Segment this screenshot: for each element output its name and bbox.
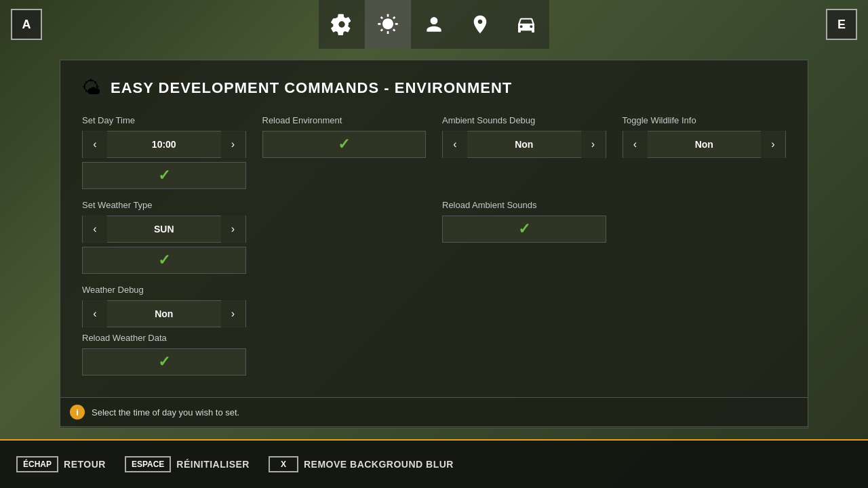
tab-vehicle[interactable]	[503, 0, 549, 49]
empty-r4-c3	[442, 333, 606, 375]
tab-environment[interactable]	[365, 0, 411, 49]
top-nav: A	[0, 0, 868, 49]
main-panel: 🌤 EASY DEVELOPMENT COMMANDS - ENVIRONMEN…	[60, 60, 808, 428]
set-day-time-next[interactable]: ›	[221, 131, 245, 158]
reload-ambient-sounds-group: Reload Ambient Sounds ✓	[442, 200, 606, 274]
ambient-sounds-debug-value: Non	[467, 139, 581, 150]
set-weather-type-group: Set Weather Type ‹ SUN › ✓	[82, 200, 246, 274]
toggle-wildlife-info-label: Toggle Wildlife Info	[623, 115, 787, 125]
espace-key[interactable]: ESPACE	[125, 456, 171, 472]
set-weather-type-label: Set Weather Type	[82, 200, 246, 210]
reload-environment-label: Reload Environment	[262, 115, 427, 125]
info-icon: i	[70, 405, 85, 420]
corner-btn-left[interactable]: A	[11, 9, 42, 40]
reload-ambient-sounds-label: Reload Ambient Sounds	[442, 200, 606, 210]
reload-weather-data-check: ✓	[158, 353, 170, 371]
set-weather-type-prev[interactable]: ‹	[83, 216, 107, 243]
bottom-bar: ÉCHAP RETOUR ESPACE RÉINITIALISER X REMO…	[0, 439, 868, 488]
set-day-time-group: Set Day Time ‹ 10:00 › ✓	[82, 115, 246, 189]
echap-key[interactable]: ÉCHAP	[16, 456, 58, 472]
set-day-time-check: ✓	[158, 167, 170, 184]
weather-debug-prev[interactable]: ‹	[83, 300, 107, 327]
reload-environment-check: ✓	[338, 136, 350, 153]
set-weather-type-check: ✓	[158, 251, 170, 269]
vehicle-icon	[515, 14, 537, 35]
empty-col-4	[623, 200, 787, 274]
toggle-wildlife-info-prev[interactable]: ‹	[623, 131, 648, 158]
info-text: Select the time of day you wish to set.	[92, 407, 239, 418]
set-weather-type-row: ‹ SUN ›	[82, 216, 246, 243]
x-key[interactable]: X	[269, 456, 298, 472]
info-bar: i Select the time of day you wish to set…	[60, 397, 808, 427]
ambient-sounds-debug-next[interactable]: ›	[581, 131, 606, 158]
reload-weather-data-label: Reload Weather Data	[82, 333, 246, 343]
player-icon	[423, 14, 445, 35]
panel-title: 🌤 EASY DEVELOPMENT COMMANDS - ENVIRONMEN…	[82, 77, 786, 99]
nav-tabs	[319, 0, 549, 49]
empty-r3-c3	[442, 285, 606, 327]
retour-label: RETOUR	[64, 459, 106, 470]
reload-ambient-sounds-confirm[interactable]: ✓	[442, 216, 606, 243]
panel-title-icon: 🌤	[82, 77, 101, 99]
toggle-wildlife-info-value: Non	[648, 139, 762, 150]
ambient-sounds-debug-prev[interactable]: ‹	[443, 131, 467, 158]
reload-weather-data-confirm[interactable]: ✓	[82, 348, 246, 375]
set-weather-type-value: SUN	[107, 224, 221, 235]
corner-btn-right[interactable]: E	[826, 9, 857, 40]
set-weather-type-next[interactable]: ›	[221, 216, 245, 243]
bottom-action-retour: ÉCHAP RETOUR	[16, 456, 106, 472]
empty-r3-c2	[262, 285, 427, 327]
weather-icon	[377, 14, 399, 35]
ambient-sounds-debug-label: Ambient Sounds Debug	[442, 115, 606, 125]
map-icon	[469, 14, 491, 35]
set-day-time-row: ‹ 10:00 ›	[82, 131, 246, 158]
empty-r4-c4	[623, 333, 787, 375]
tab-map[interactable]	[457, 0, 503, 49]
page-title: EASY DEVELOPMENT COMMANDS - ENVIRONMENT	[111, 79, 512, 97]
ambient-sounds-debug-group: Ambient Sounds Debug ‹ Non ›	[442, 115, 606, 189]
empty-r4-c2	[262, 333, 427, 375]
toggle-wildlife-info-row: ‹ Non ›	[623, 131, 787, 158]
weather-debug-value: Non	[107, 308, 221, 319]
blur-label: REMOVE BACKGROUND BLUR	[304, 459, 454, 470]
set-day-time-confirm[interactable]: ✓	[82, 162, 246, 189]
weather-debug-label: Weather Debug	[82, 285, 246, 295]
toggle-wildlife-info-group: Toggle Wildlife Info ‹ Non ›	[623, 115, 787, 189]
weather-debug-group: Weather Debug ‹ Non ›	[82, 285, 246, 327]
reload-ambient-sounds-check: ✓	[518, 220, 530, 238]
tab-settings[interactable]	[319, 0, 365, 49]
reload-weather-data-group: Reload Weather Data ✓	[82, 333, 246, 375]
toggle-wildlife-info-next[interactable]: ›	[761, 131, 785, 158]
weather-debug-next[interactable]: ›	[221, 300, 245, 327]
reload-environment-confirm[interactable]: ✓	[262, 131, 427, 158]
bottom-action-blur: X REMOVE BACKGROUND BLUR	[269, 456, 454, 472]
set-day-time-prev[interactable]: ‹	[83, 131, 107, 158]
settings-icon	[331, 14, 353, 35]
weather-debug-row: ‹ Non ›	[82, 300, 246, 327]
bottom-action-reinitialiser: ESPACE RÉINITIALISER	[125, 456, 250, 472]
tab-player[interactable]	[411, 0, 457, 49]
ambient-sounds-debug-row: ‹ Non ›	[442, 131, 606, 158]
empty-r3-c4	[623, 285, 787, 327]
set-day-time-value: 10:00	[107, 139, 221, 150]
reload-environment-group: Reload Environment ✓	[262, 115, 427, 189]
empty-col-2	[262, 200, 427, 274]
set-weather-type-confirm[interactable]: ✓	[82, 247, 246, 274]
reinitialiser-label: RÉINITIALISER	[176, 459, 250, 470]
set-day-time-label: Set Day Time	[82, 115, 246, 125]
